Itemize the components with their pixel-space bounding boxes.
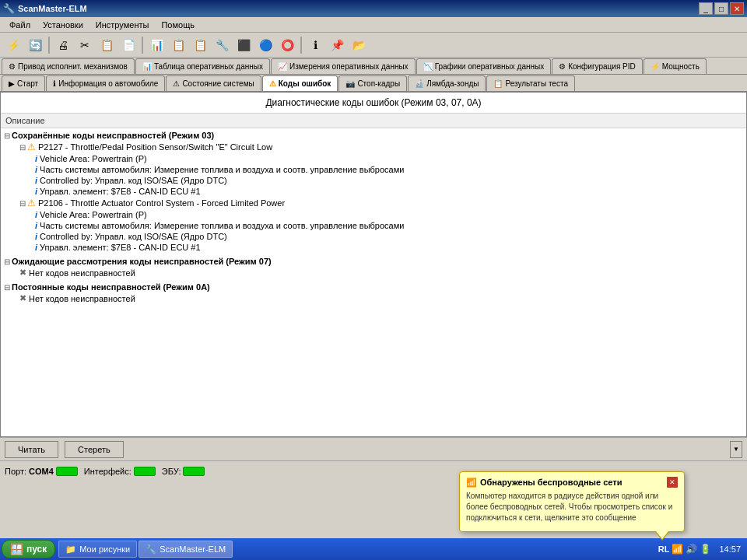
taskbar-icon-mypictures: 📁 — [65, 544, 76, 555]
tab-start[interactable]: ▶ Старт — [2, 75, 45, 91]
title-bar: 🔧 ScanMaster-ELM _ □ ✕ — [0, 0, 747, 17]
section1-children: ⊟ ⚠ P2127 - Throttle/Pedal Position Sens… — [19, 141, 743, 253]
notification-header: 📶 Обнаружены беспроводные сети ✕ — [466, 477, 678, 488]
read-button[interactable]: Читать — [5, 441, 58, 458]
tab-test-results[interactable]: 📋 Результаты теста — [486, 75, 575, 91]
p2127-detail-4: i Управл. элемент: $7E8 - CAN-ID ECU #1 — [35, 186, 743, 197]
taskbar: 🪟 пуск 📁 Мои рисунки 🔧 ScanMaster-ELM RL… — [0, 538, 747, 560]
p2127-detail-2: i Часть системы автомобиля: Измерение то… — [35, 164, 743, 175]
tab-icon-pid: ⚙ — [559, 62, 566, 71]
toolbar-sep-2 — [142, 37, 143, 54]
start-button[interactable]: 🪟 пуск — [2, 540, 55, 558]
toolbar-btn-8[interactable]: 📋 — [168, 35, 188, 55]
section2-no-codes: ✖ Нет кодов неисправностей — [19, 267, 743, 278]
toolbar-btn-info[interactable]: ℹ — [305, 35, 325, 55]
toolbar-btn-9[interactable]: 📋 — [190, 35, 210, 55]
tab-pid-config[interactable]: ⚙ Конфигурация PID — [552, 58, 643, 74]
toolbar-btn-10[interactable]: 🔧 — [212, 35, 232, 55]
port-led — [56, 467, 78, 476]
menu-file[interactable]: Файл — [3, 19, 37, 31]
main-content-area: Диагностические коды ошибок (Режим 03, 0… — [0, 92, 747, 437]
app-title: ScanMaster-ELM — [18, 4, 87, 13]
section3-children: ✖ Нет кодов неисправностей — [19, 292, 743, 304]
ecu-status: ЭБУ: — [162, 467, 205, 476]
tab-bar-1: ⚙ Привод исполнит. механизмов 📊 Таблица … — [0, 58, 747, 75]
bottom-bar: Читать Стереть ▼ — [0, 437, 747, 460]
p2106-detail-2: i Часть системы автомобиля: Измерение то… — [35, 220, 743, 231]
dtc-p2127-header: ⊟ ⚠ P2127 - Throttle/Pedal Position Sens… — [19, 141, 743, 153]
section2-children: ✖ Нет кодов неисправностей — [19, 267, 743, 278]
p2106-detail-3: i Controlled by: Управл. код ISO/SAE (Яд… — [35, 231, 743, 242]
minimize-button[interactable]: _ — [699, 2, 713, 15]
toolbar: ⚡ 🔄 🖨 ✂ 📋 📄 📊 📋 📋 🔧 ⬛ 🔵 ⭕ ℹ 📌 📂 — [0, 33, 747, 58]
tab-icon-drive: ⚙ — [9, 62, 16, 71]
toolbar-btn-4[interactable]: ✂ — [75, 35, 95, 55]
toolbar-btn-5[interactable]: 📋 — [96, 35, 117, 55]
info-icon-4: i — [35, 187, 37, 196]
p2127-warning-icon: ⚠ — [27, 142, 36, 152]
notification-popup[interactable]: 📶 Обнаружены беспроводные сети ✕ Компьют… — [459, 471, 685, 532]
taskbar-tray: RL 📶 🔊 🔋 — [655, 544, 715, 555]
tab-icon-graphs: 📉 — [423, 62, 433, 71]
tab-icon-carinfo: ℹ — [53, 79, 56, 88]
toolbar-btn-6[interactable]: 📄 — [118, 35, 139, 55]
dtc-p2106-header: ⊟ ⚠ P2106 - Throttle Actuator Control Sy… — [19, 197, 743, 209]
tab-icon-start: ▶ — [9, 79, 15, 88]
tab-data-measurements[interactable]: 📈 Измерения оперативных данных — [271, 58, 416, 74]
section3-expand-icon[interactable]: ⊟ — [4, 283, 10, 292]
maximize-button[interactable]: □ — [714, 2, 728, 15]
tab-system-state[interactable]: ⚠ Состояние системы — [166, 75, 261, 91]
p2106-children: i Vehicle Area: Powertrain (P) i Часть с… — [35, 209, 743, 253]
tab-car-info[interactable]: ℹ Информация о автомобиле — [46, 75, 165, 91]
tray-network-icon: 📶 — [672, 544, 683, 555]
toolbar-btn-1[interactable]: ⚡ — [3, 35, 23, 55]
toolbar-btn-7[interactable]: 📊 — [146, 35, 167, 55]
tab-freeze-frames[interactable]: 📷 Стоп-кадры — [338, 75, 407, 91]
menu-help[interactable]: Помощь — [155, 19, 201, 31]
p2106-detail-4: i Управл. элемент: $7E8 - CAN-ID ECU #1 — [35, 242, 743, 253]
toolbar-btn-open[interactable]: 📂 — [349, 35, 369, 55]
tab-drive-mechanisms[interactable]: ⚙ Привод исполнит. механизмов — [2, 58, 135, 74]
menu-tools[interactable]: Инструменты — [89, 19, 156, 31]
erase-button[interactable]: Стереть — [65, 441, 124, 458]
tree-content: ⊟ Сохранённые коды неисправностей (Режим… — [1, 128, 746, 306]
tab-data-graphs[interactable]: 📉 Графики оперативных данных — [416, 58, 552, 74]
p2106-expand-icon[interactable]: ⊟ — [19, 199, 26, 208]
tab-data-table[interactable]: 📊 Таблица оперативных данных — [135, 58, 270, 74]
tab-bar-2: ▶ Старт ℹ Информация о автомобиле ⚠ Сост… — [0, 75, 747, 92]
info-icon-1: i — [35, 154, 37, 163]
tab-icon-lambda: 🔬 — [415, 79, 424, 88]
tab-power[interactable]: ⚡ Мощность — [644, 58, 707, 74]
section1-header: ⊟ Сохранённые коды неисправностей (Режим… — [4, 130, 743, 141]
taskbar-items: 📁 Мои рисунки 🔧 ScanMaster-ELM — [58, 541, 654, 558]
taskbar-item-mypictures[interactable]: 📁 Мои рисунки — [58, 541, 137, 558]
app-icon: 🔧 — [3, 3, 15, 14]
section1-expand-icon[interactable]: ⊟ — [4, 131, 10, 140]
section2-expand-icon[interactable]: ⊟ — [4, 257, 10, 266]
p2127-children: i Vehicle Area: Powertrain (P) i Часть с… — [35, 153, 743, 197]
toolbar-btn-2[interactable]: 🔄 — [25, 35, 45, 55]
info-icon-5: i — [35, 210, 37, 219]
p2127-expand-icon[interactable]: ⊟ — [19, 143, 26, 152]
tab-error-codes[interactable]: ⚠ Коды ошибок — [262, 75, 338, 91]
toolbar-btn-11[interactable]: ⬛ — [233, 35, 254, 55]
taskbar-clock: 14:57 — [714, 544, 745, 554]
toolbar-btn-13[interactable]: ⭕ — [277, 35, 297, 55]
toolbar-btn-3[interactable]: 🖨 — [53, 35, 73, 55]
tab-icon-table: 📊 — [142, 62, 152, 71]
menu-settings[interactable]: Установки — [37, 19, 89, 31]
port-status: Порт: COM4 — [5, 467, 78, 476]
tab-icon-measurements: 📈 — [278, 62, 287, 71]
toolbar-btn-pin[interactable]: 📌 — [327, 35, 347, 55]
scroll-right-button[interactable]: ▼ — [730, 441, 742, 458]
notification-close-button[interactable]: ✕ — [667, 477, 678, 488]
p2106-warning-icon: ⚠ — [27, 198, 36, 208]
tab-icon-power: ⚡ — [651, 62, 660, 71]
notification-arrow — [656, 531, 668, 539]
p2106-detail-1: i Vehicle Area: Powertrain (P) — [35, 209, 743, 220]
tab-lambda[interactable]: 🔬 Лямбда-зонды — [408, 75, 486, 91]
toolbar-btn-12[interactable]: 🔵 — [255, 35, 275, 55]
taskbar-item-scanmaster[interactable]: 🔧 ScanMaster-ELM — [139, 541, 233, 558]
close-button[interactable]: ✕ — [730, 2, 744, 15]
info-icon-6: i — [35, 221, 37, 230]
